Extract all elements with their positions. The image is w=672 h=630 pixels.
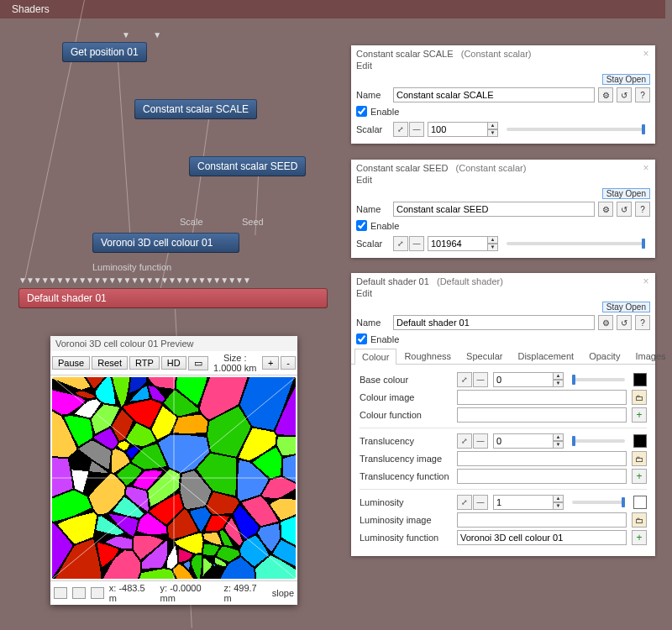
enable-checkbox[interactable]	[356, 220, 367, 231]
preview-window[interactable]: Voronoi 3D cell colour 01 Preview Pause …	[50, 336, 297, 605]
undo-icon[interactable]: ↺	[617, 315, 632, 330]
spin-up-icon[interactable]: ▲	[554, 433, 564, 441]
pause-button[interactable]: Pause	[52, 356, 90, 370]
port-label-lumfn: Luminosity function	[92, 262, 171, 272]
gear-icon[interactable]: ⚙	[598, 87, 613, 102]
stay-open-button[interactable]: Stay Open	[602, 302, 650, 312]
base-colour-input[interactable]	[493, 372, 554, 387]
node-seed[interactable]: Constant scalar SEED	[189, 156, 306, 176]
spin-up-icon[interactable]: ▲	[554, 495, 564, 502]
edge	[160, 252, 169, 293]
mode-icon[interactable]: ⤢	[457, 372, 472, 387]
translucency-slider[interactable]	[572, 439, 625, 443]
luminosity-slider[interactable]	[572, 501, 625, 504]
footer-icon[interactable]	[54, 587, 67, 599]
translucency-input[interactable]	[493, 433, 554, 449]
stay-open-button[interactable]: Stay Open	[602, 188, 650, 199]
panel-type: (Default shader)	[437, 276, 503, 286]
edit-link[interactable]: Edit	[351, 60, 655, 72]
colour-swatch[interactable]	[633, 434, 647, 448]
footer-icon[interactable]	[91, 587, 104, 599]
mode-icon[interactable]: —	[473, 495, 488, 510]
header-title: Shaders	[12, 3, 50, 15]
add-icon[interactable]: +	[632, 407, 647, 423]
help-icon[interactable]: ?	[635, 202, 650, 217]
gear-icon[interactable]: ⚙	[598, 202, 613, 217]
panel-type: (Constant scalar)	[461, 49, 532, 59]
reset-button[interactable]: Reset	[92, 356, 128, 370]
close-icon[interactable]: ×	[640, 49, 652, 60]
spin-up-icon[interactable]: ▲	[488, 236, 498, 244]
tab-colour[interactable]: Colour	[354, 349, 396, 365]
enable-checkbox[interactable]	[356, 333, 367, 344]
footer-icon[interactable]	[72, 587, 86, 599]
undo-icon[interactable]: ↺	[617, 202, 632, 217]
colour-swatch[interactable]	[633, 373, 647, 386]
edit-link[interactable]: Edit	[351, 175, 655, 186]
mode-icon[interactable]: ⤢	[393, 122, 408, 137]
help-icon[interactable]: ?	[635, 87, 650, 102]
colour-image-input[interactable]	[457, 390, 627, 405]
base-colour-slider[interactable]	[572, 378, 625, 381]
tab-specular[interactable]: Specular	[459, 348, 510, 364]
tab-displacement[interactable]: Displacement	[510, 348, 581, 364]
luminosity-input[interactable]	[493, 495, 554, 510]
spin-up-icon[interactable]: ▲	[554, 372, 564, 380]
colour-function-input[interactable]	[457, 407, 627, 423]
tab-roughness[interactable]: Roughness	[396, 348, 459, 364]
hd-button[interactable]: HD	[161, 356, 186, 370]
spin-down-icon[interactable]: ▼	[554, 502, 564, 510]
tab-opacity[interactable]: Opacity	[581, 348, 627, 364]
node-voronoi[interactable]: Voronoi 3D cell colour 01	[92, 233, 239, 253]
colour-swatch[interactable]	[633, 496, 647, 509]
colour-image-label: Colour image	[360, 392, 452, 402]
folder-icon[interactable]: 🗀	[632, 390, 647, 405]
spin-down-icon[interactable]: ▼	[488, 129, 498, 137]
folder-icon[interactable]: 🗀	[632, 451, 647, 466]
scalar-input[interactable]	[428, 236, 488, 251]
mode-icon[interactable]: —	[409, 122, 424, 137]
node-get-position[interactable]: Get position 01	[62, 42, 147, 62]
name-input[interactable]	[393, 87, 595, 102]
name-input[interactable]	[393, 315, 595, 330]
scalar-slider[interactable]	[507, 242, 645, 245]
zoom-in-button[interactable]: +	[262, 356, 279, 370]
node-default-shader[interactable]: Default shader 01	[18, 288, 328, 308]
node-scale[interactable]: Constant scalar SCALE	[134, 99, 257, 119]
mode-icon[interactable]: —	[473, 372, 488, 387]
rtp-button[interactable]: RTP	[129, 356, 160, 370]
scalar-slider[interactable]	[507, 128, 645, 131]
close-icon[interactable]: ×	[640, 276, 652, 288]
undo-icon[interactable]: ↺	[617, 87, 632, 102]
spin-down-icon[interactable]: ▼	[488, 244, 498, 251]
mode-icon[interactable]: ⤢	[457, 495, 472, 510]
gear-icon[interactable]: ⚙	[598, 315, 613, 330]
help-icon[interactable]: ?	[635, 315, 650, 330]
translucency-image-input[interactable]	[457, 451, 627, 466]
close-icon[interactable]: ×	[640, 163, 652, 175]
enable-checkbox[interactable]	[356, 106, 367, 117]
add-icon[interactable]: +	[632, 469, 647, 484]
tab-images[interactable]: Images	[627, 348, 672, 364]
view-icon[interactable]: ▭	[188, 356, 208, 370]
scalar-input[interactable]	[428, 122, 488, 137]
add-icon[interactable]: +	[632, 530, 647, 545]
spin-up-icon[interactable]: ▲	[488, 122, 498, 129]
folder-icon[interactable]: 🗀	[632, 512, 647, 528]
edit-link[interactable]: Edit	[351, 288, 655, 300]
preview-canvas[interactable]	[52, 377, 296, 579]
spin-down-icon[interactable]: ▼	[554, 441, 564, 449]
preview-size-label: Size : 1.0000 km	[210, 353, 260, 373]
mode-icon[interactable]: ⤢	[393, 236, 408, 251]
zoom-out-button[interactable]: -	[281, 356, 296, 370]
mode-icon[interactable]: ⤢	[457, 433, 472, 449]
luminosity-function-input[interactable]	[457, 530, 627, 545]
mode-icon[interactable]: —	[409, 236, 424, 251]
luminosity-image-input[interactable]	[457, 512, 627, 528]
stay-open-button[interactable]: Stay Open	[602, 74, 650, 85]
name-input[interactable]	[393, 202, 595, 217]
translucency-function-input[interactable]	[457, 469, 627, 484]
mode-icon[interactable]: —	[473, 433, 488, 449]
spin-down-icon[interactable]: ▼	[554, 380, 564, 387]
translucency-function-label: Translucency function	[360, 471, 452, 481]
